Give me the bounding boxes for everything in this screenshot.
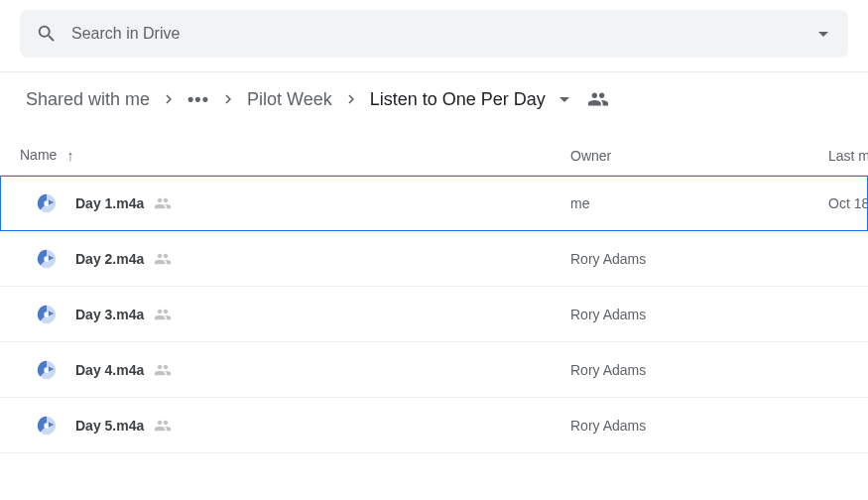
search-bar[interactable]: Search in Drive: [20, 10, 848, 58]
people-icon: [587, 88, 609, 110]
table-row[interactable]: Day 2.m4aRory Adams: [0, 231, 868, 287]
file-name: Day 5.m4a: [75, 418, 144, 434]
search-placeholder: Search in Drive: [71, 25, 818, 43]
shared-icon: [154, 361, 172, 379]
chevron-right-icon: [342, 90, 360, 108]
file-name: Day 1.m4a: [75, 195, 144, 211]
breadcrumb: Shared with me ••• Pilot Week Listen to …: [0, 72, 868, 126]
file-owner: me: [570, 195, 828, 211]
chevron-right-icon: [219, 90, 237, 108]
col-label-name: Name: [20, 147, 57, 163]
file-owner: Rory Adams: [570, 251, 828, 267]
chevron-right-icon: [160, 90, 178, 108]
table-row[interactable]: Day 3.m4aRory Adams: [0, 287, 868, 342]
file-table: Name ↑ Owner Last mod Day 1.m4ameOct 18,…: [0, 136, 868, 453]
file-owner: Rory Adams: [570, 362, 828, 378]
sort-arrow-up-icon: ↑: [66, 147, 74, 164]
dropdown-caret-icon[interactable]: [818, 32, 828, 37]
shared-icon: [154, 306, 172, 323]
file-owner: Rory Adams: [570, 307, 828, 322]
audio-file-icon: [36, 359, 58, 381]
shared-icon: [154, 250, 172, 268]
folder-dropdown-icon[interactable]: [559, 97, 569, 102]
crumb-current[interactable]: Listen to One Per Day: [370, 89, 546, 110]
shared-icon: [154, 417, 172, 435]
col-label-last: Last mod: [828, 148, 868, 164]
table-row[interactable]: Day 1.m4ameOct 18, 2: [0, 176, 868, 231]
table-row[interactable]: Day 5.m4aRory Adams: [0, 398, 868, 453]
file-name: Day 2.m4a: [75, 251, 144, 267]
file-modified: Oct 18, 2: [828, 195, 868, 211]
audio-file-icon: [36, 192, 58, 214]
col-header-last-modified[interactable]: Last mod: [828, 148, 868, 164]
file-name: Day 3.m4a: [75, 307, 144, 322]
audio-file-icon: [36, 248, 58, 270]
spacer: [0, 126, 868, 136]
col-header-name[interactable]: Name ↑: [20, 147, 570, 165]
col-label-owner: Owner: [570, 148, 611, 164]
table-row[interactable]: Day 4.m4aRory Adams: [0, 342, 868, 398]
search-icon: [36, 23, 58, 45]
audio-file-icon: [36, 304, 58, 325]
crumb-mid[interactable]: Pilot Week: [247, 89, 332, 110]
crumb-root[interactable]: Shared with me: [26, 89, 150, 110]
table-header: Name ↑ Owner Last mod: [0, 136, 868, 176]
audio-file-icon: [36, 415, 58, 437]
shared-icon: [154, 194, 172, 212]
col-header-owner[interactable]: Owner: [570, 148, 828, 164]
file-name: Day 4.m4a: [75, 362, 144, 378]
crumb-overflow[interactable]: •••: [187, 89, 209, 110]
file-owner: Rory Adams: [570, 418, 828, 434]
